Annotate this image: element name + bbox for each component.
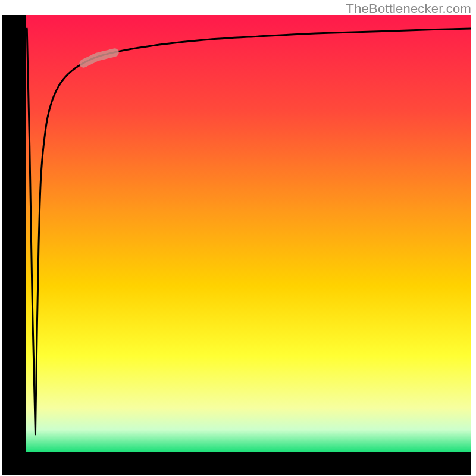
x-axis-bar: [2, 452, 471, 475]
y-axis-bar: [2, 15, 26, 475]
watermark-text: TheBottlenecker.com: [346, 1, 471, 17]
plot-background-gradient: [26, 15, 471, 452]
bottleneck-chart: [0, 0, 476, 476]
chart-stage: TheBottlenecker.com: [0, 0, 476, 476]
